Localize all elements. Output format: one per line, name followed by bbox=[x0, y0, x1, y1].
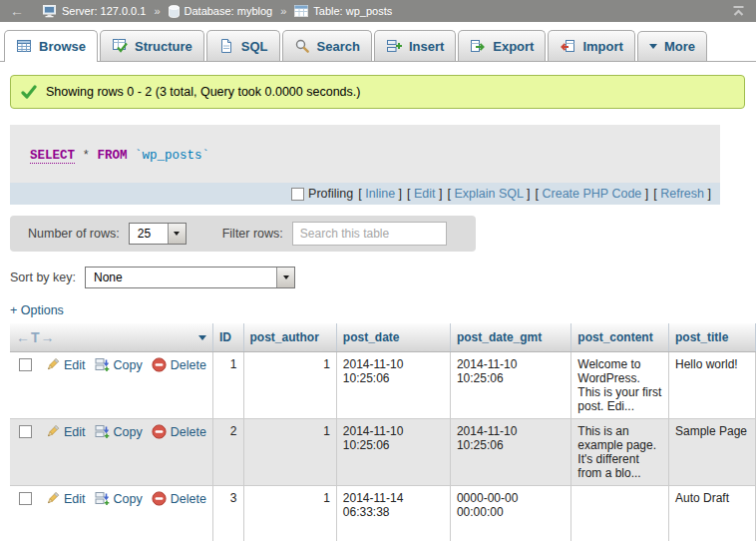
back-arrow-icon[interactable]: ← bbox=[10, 4, 24, 18]
cell-id: 2 bbox=[212, 419, 243, 486]
delete-icon bbox=[152, 357, 167, 372]
collapse-console-button[interactable] bbox=[731, 5, 746, 17]
inline-link-group: [ Inline ] bbox=[358, 187, 402, 201]
tab-search[interactable]: Search bbox=[282, 30, 372, 61]
cell-post-author: 1 bbox=[243, 352, 336, 419]
delete-link[interactable]: Delete bbox=[152, 424, 206, 439]
copy-link[interactable]: Copy bbox=[95, 357, 143, 372]
browse-icon bbox=[16, 38, 32, 54]
sql-icon bbox=[218, 38, 234, 54]
profiling-label: Profiling bbox=[308, 187, 353, 201]
delete-label: Delete bbox=[171, 492, 206, 506]
actions-dropdown-icon[interactable] bbox=[198, 335, 206, 340]
tab-more[interactable]: More bbox=[637, 31, 707, 61]
breadcrumb-database-label: Database: myblog bbox=[185, 5, 273, 17]
edit-query-link-group: [ Edit ] bbox=[407, 187, 442, 201]
table-header-row: ←T→ ID post_author post_date post_date_g… bbox=[10, 323, 756, 352]
sort-by-key-label: Sort by key: bbox=[10, 270, 76, 284]
delete-link[interactable]: Delete bbox=[152, 491, 206, 506]
copy-link[interactable]: Copy bbox=[95, 491, 143, 506]
number-of-rows-value: 25 bbox=[130, 224, 168, 244]
import-icon bbox=[560, 38, 575, 54]
select-dropdown-button[interactable] bbox=[276, 268, 294, 287]
tab-insert-label: Insert bbox=[409, 39, 444, 54]
success-check-icon bbox=[21, 85, 37, 99]
breadcrumb-table[interactable]: Table: wp_posts bbox=[294, 5, 392, 17]
edit-link[interactable]: Edit bbox=[45, 424, 86, 439]
refresh-link[interactable]: Refresh bbox=[660, 187, 704, 201]
bracket: ] bbox=[399, 187, 402, 201]
edit-link[interactable]: Edit bbox=[45, 357, 86, 372]
cell-post-title: Hello world! bbox=[669, 352, 756, 419]
column-header-id[interactable]: ID bbox=[212, 323, 243, 352]
collapse-icon bbox=[731, 5, 746, 17]
row-checkbox[interactable] bbox=[19, 425, 32, 438]
results-table: ←T→ ID post_author post_date post_date_g… bbox=[10, 323, 756, 541]
breadcrumb-database[interactable]: Database: myblog bbox=[169, 5, 273, 18]
sql-table-identifier: `wp_posts` bbox=[135, 149, 209, 163]
create-php-code-link[interactable]: Create PHP Code bbox=[542, 187, 641, 201]
sort-by-key-value: None bbox=[86, 268, 276, 287]
refresh-link-group: [ Refresh ] bbox=[653, 187, 711, 201]
inline-link[interactable]: Inline bbox=[365, 187, 395, 201]
explain-sql-link[interactable]: Explain SQL bbox=[455, 187, 524, 201]
row-actions-cell: Edit Copy bbox=[10, 419, 212, 486]
tab-structure[interactable]: Structure bbox=[100, 30, 204, 61]
filter-rows-input[interactable] bbox=[292, 222, 447, 246]
edit-pencil-icon bbox=[45, 424, 60, 439]
sql-star: * bbox=[83, 149, 91, 163]
column-header-post-content[interactable]: post_content bbox=[571, 323, 669, 352]
row-checkbox[interactable] bbox=[19, 358, 32, 371]
select-dropdown-button[interactable] bbox=[168, 224, 186, 244]
column-header-post-author[interactable]: post_author bbox=[243, 323, 336, 352]
cell-id: 3 bbox=[212, 486, 243, 541]
cell-post-content: This is an example page. It's different … bbox=[571, 419, 669, 486]
bracket: [ bbox=[358, 187, 361, 201]
results-controls-bar: Number of rows: 25 Filter rows: bbox=[10, 216, 476, 252]
tab-browse-label: Browse bbox=[39, 39, 86, 54]
export-icon bbox=[470, 38, 486, 54]
status-message-text: Showing rows 0 - 2 (3 total, Query took … bbox=[46, 85, 360, 99]
cell-post-title: Auto Draft bbox=[669, 486, 756, 541]
number-of-rows-select[interactable]: 25 bbox=[129, 223, 187, 245]
breadcrumb-bar: ← Server: 127.0.0.1 » Database: myblog »… bbox=[0, 0, 756, 22]
database-icon bbox=[169, 5, 180, 18]
column-header-post-date[interactable]: post_date bbox=[336, 323, 450, 352]
row-checkbox[interactable] bbox=[19, 492, 32, 505]
cell-post-date: 2014-11-10 10:25:06 bbox=[336, 419, 450, 486]
sql-keyword-select[interactable]: SELECT bbox=[30, 149, 75, 164]
tab-import[interactable]: Import bbox=[548, 30, 634, 61]
edit-link[interactable]: Edit bbox=[45, 491, 86, 506]
bracket: ] bbox=[708, 187, 711, 201]
cell-post-date-gmt: 2014-11-10 10:25:06 bbox=[450, 352, 570, 419]
breadcrumb-separator: » bbox=[154, 5, 160, 17]
sort-by-key-select[interactable]: None bbox=[85, 267, 295, 288]
sql-query-box: SELECT * FROM `wp_posts` Profiling [ Inl… bbox=[10, 125, 720, 205]
edit-label: Edit bbox=[64, 358, 86, 372]
tab-sql[interactable]: SQL bbox=[206, 30, 280, 61]
tab-browse[interactable]: Browse bbox=[4, 30, 98, 62]
tab-structure-label: Structure bbox=[135, 39, 192, 54]
edit-label: Edit bbox=[64, 492, 86, 506]
structure-icon bbox=[112, 38, 128, 54]
column-header-post-date-gmt[interactable]: post_date_gmt bbox=[450, 323, 570, 352]
delete-label: Delete bbox=[171, 425, 206, 439]
options-toggle-link[interactable]: + Options bbox=[10, 303, 64, 317]
breadcrumb-separator: » bbox=[280, 5, 286, 17]
tab-insert[interactable]: Insert bbox=[374, 30, 456, 61]
delete-link[interactable]: Delete bbox=[152, 357, 206, 372]
table-row: Edit Copy bbox=[10, 486, 756, 541]
breadcrumb-server[interactable]: Server: 127.0.0.1 bbox=[43, 5, 146, 18]
tab-export[interactable]: Export bbox=[458, 30, 546, 61]
column-header-post-title[interactable]: post_title bbox=[669, 323, 756, 352]
copy-link[interactable]: Copy bbox=[95, 424, 143, 439]
transpose-icon[interactable]: ←T→ bbox=[16, 329, 56, 345]
profiling-checkbox[interactable] bbox=[291, 188, 304, 201]
copy-label: Copy bbox=[114, 492, 143, 506]
cell-post-date-gmt: 2014-11-10 10:25:06 bbox=[450, 419, 570, 486]
cell-post-content bbox=[571, 486, 669, 541]
breadcrumb-table-label: Table: wp_posts bbox=[313, 5, 392, 17]
edit-query-link[interactable]: Edit bbox=[414, 187, 436, 201]
insert-icon bbox=[386, 38, 402, 54]
table-icon bbox=[294, 5, 308, 17]
